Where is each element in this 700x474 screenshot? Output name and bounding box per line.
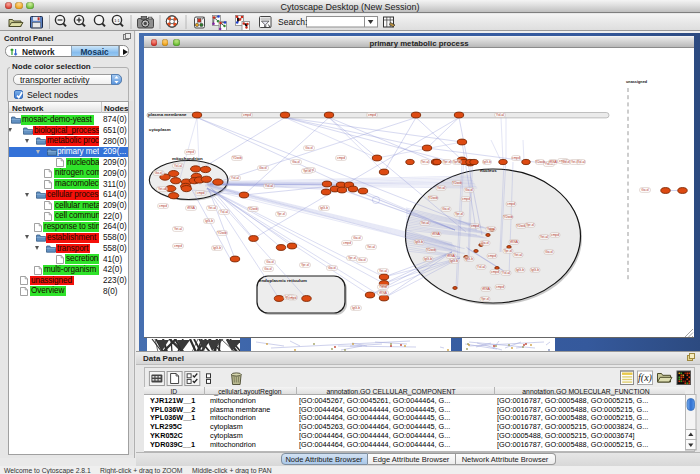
svg-text:f(x): f(x) <box>638 372 653 384</box>
